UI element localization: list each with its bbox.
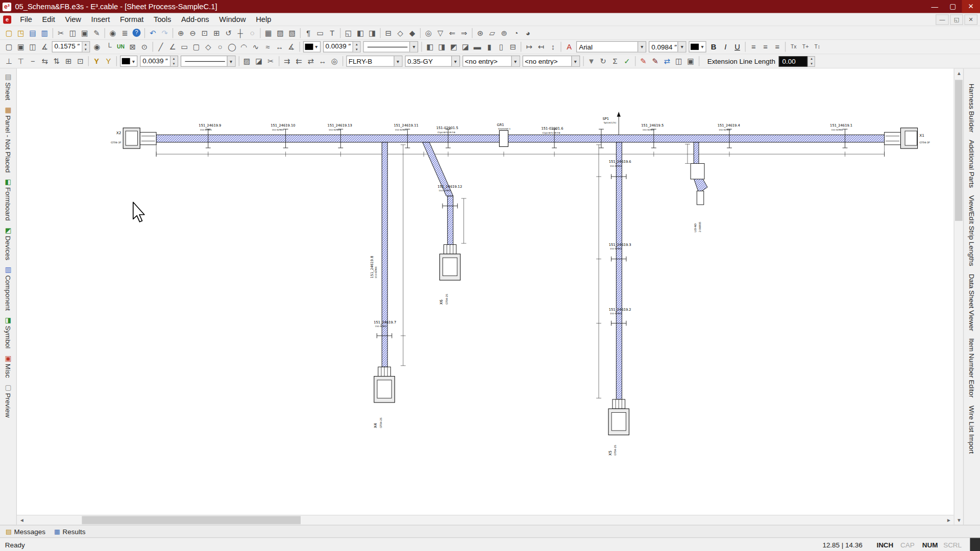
swap-wires-button[interactable]: ⇄ <box>305 55 316 67</box>
drawing-label[interactable]: 151_24619.12 <box>437 185 462 189</box>
text-frame-button[interactable]: ▭ <box>314 27 326 39</box>
menu-add-ons[interactable]: Add-ons <box>176 14 214 25</box>
connector-cavity[interactable] <box>377 380 391 398</box>
sheet-properties-button[interactable]: ▢ <box>3 41 15 53</box>
component-browser-button[interactable]: ◆ <box>406 27 418 39</box>
clipboard-check-button[interactable]: ▣ <box>685 55 697 67</box>
align-right-edges-button[interactable]: ◨ <box>436 41 448 53</box>
wire-color-select[interactable]: <no entry>▼ <box>462 56 520 67</box>
report-table-button[interactable]: ▧ <box>286 27 298 39</box>
drawing-sublabel[interactable]: 151-02901 <box>329 129 341 131</box>
clipboard-report-button[interactable]: ◫ <box>673 55 684 67</box>
sidebar-tab-panel-not-placed[interactable]: ▦Panel - Not Placed <box>5 104 12 176</box>
drawing-sublabel[interactable]: 151-02901 <box>643 129 655 131</box>
flip-vertical-button[interactable]: ↕ <box>547 41 559 53</box>
scroll-down-arrow[interactable]: ▼ <box>954 515 964 524</box>
bundle-line-style-select[interactable]: ▼ <box>180 56 235 67</box>
bundle-line-width-field-down-arrow[interactable]: ▼ <box>170 61 177 66</box>
horizontal-scroll-thumb[interactable] <box>82 516 301 524</box>
stretch-segment-button[interactable]: ↔ <box>316 55 328 67</box>
wire-color-select-dropdown-icon[interactable]: ▼ <box>511 56 519 66</box>
view-quarter-button[interactable]: ◔ <box>510 27 522 39</box>
new-project-button[interactable]: ▢ <box>3 27 15 39</box>
cut-button[interactable]: ✂ <box>55 27 67 39</box>
dimension-pencil-button[interactable]: ✎ <box>649 55 661 67</box>
zoom-in-button[interactable]: ⊕ <box>175 27 187 39</box>
zoom-window-button[interactable]: ⊡ <box>199 27 210 39</box>
close-button[interactable]: ✕ <box>962 0 980 13</box>
wire-cross-section-select[interactable]: 0.35-GY▼ <box>405 56 460 67</box>
segment-horizontal-button[interactable]: ⇆ <box>39 55 51 67</box>
next-sheet-button[interactable]: ⇒ <box>458 27 470 39</box>
scroll-up-arrow[interactable]: ▲ <box>954 69 964 78</box>
bundle-line-width-field[interactable]: 0.0039 ″▲▼ <box>140 56 178 67</box>
hatch-style-button[interactable]: ▨ <box>241 55 253 67</box>
drawing-sublabel[interactable]: 151-02901 <box>375 266 377 279</box>
draw-rounded-rectangle-button[interactable]: ▢ <box>190 41 202 53</box>
wire-option-select[interactable]: <no entry>▼ <box>522 56 580 67</box>
connector-x1-cavity[interactable] <box>905 131 917 145</box>
text-rotate-button[interactable]: T↕ <box>812 41 823 53</box>
wire-type-select-dropdown-icon[interactable]: ▼ <box>394 56 402 66</box>
segment-grid-button[interactable]: ⊞ <box>62 55 74 67</box>
menu-window[interactable]: Window <box>214 14 251 25</box>
align-top-edges-button[interactable]: ◩ <box>448 41 459 53</box>
line-style-select-dropdown-icon[interactable]: ▼ <box>409 42 418 52</box>
menu-view[interactable]: View <box>60 14 86 25</box>
line-width-field-up-arrow[interactable]: ▲ <box>353 42 360 47</box>
help-button[interactable]: ? <box>131 27 142 39</box>
object-properties-button[interactable]: ▱ <box>486 27 498 39</box>
menu-insert[interactable]: Insert <box>86 14 115 25</box>
snap-toggle-button[interactable]: ⊙ <box>138 41 150 53</box>
drawing-label[interactable]: X2 <box>116 131 121 135</box>
undo-button[interactable]: ↶ <box>147 27 159 39</box>
measure-tool-button[interactable]: ∡ <box>39 41 51 53</box>
drawing-label[interactable]: GT04-2S <box>614 445 617 456</box>
sidebar-tab-formboard[interactable]: ◧Formboard <box>5 176 12 224</box>
font-family-select-dropdown-icon[interactable]: ▼ <box>638 42 646 52</box>
frame-reference-button[interactable]: ▣ <box>15 41 27 53</box>
drawing-label[interactable]: X6 <box>439 299 444 305</box>
drawing-label[interactable]: 151_24619.4 <box>718 123 740 128</box>
sidebar-tab-symbol[interactable]: ◨Symbol <box>5 314 12 352</box>
glue-button[interactable]: ◉ <box>107 27 118 39</box>
verify-button[interactable]: ✓ <box>621 55 633 67</box>
sum-lengths-button[interactable]: Σ <box>609 55 621 67</box>
connector-cavity[interactable] <box>443 258 457 276</box>
scale-mode-button[interactable]: ◫ <box>27 41 39 53</box>
child-restore-button[interactable]: ◱ <box>950 14 963 25</box>
drawing-label[interactable]: 151_24619.10 <box>271 123 295 128</box>
draw-circle-button[interactable]: ○ <box>214 41 226 53</box>
extension-line-length-spinner-up-arrow[interactable]: ▲ <box>808 57 815 61</box>
cascade-windows-button[interactable]: ◧ <box>354 27 366 39</box>
drawing-sublabel[interactable]: 151-02901 <box>200 129 212 131</box>
drawing-label[interactable]: 151_24619.13 <box>328 123 352 128</box>
right-tab-data-sheet-viewer[interactable]: Data Sheet Viewer <box>968 274 976 331</box>
harness-bundle[interactable] <box>694 142 699 165</box>
extension-line-length-spinner[interactable]: ▲▼ <box>808 56 816 66</box>
align-text-right-button[interactable]: ≡ <box>771 41 783 53</box>
drawing-sublabel[interactable]: 151-02901 <box>719 129 731 131</box>
save-button[interactable]: ▤ <box>27 27 39 39</box>
draw-polygon-button[interactable]: ◇ <box>202 41 214 53</box>
bottom-tab-results[interactable]: ▦Results <box>52 527 92 536</box>
vertical-scroll-thumb[interactable] <box>955 80 963 221</box>
maximize-button[interactable]: ▢ <box>944 0 962 13</box>
copy-button[interactable]: ◫ <box>67 27 79 39</box>
right-tab-item-number-editor[interactable]: Item Number Editor <box>968 338 976 398</box>
update-lengths-button[interactable]: ↻ <box>597 55 609 67</box>
same-size-button[interactable]: ▯ <box>495 41 507 53</box>
child-minimize-button[interactable]: — <box>936 14 949 25</box>
bring-to-front-button[interactable]: ↦ <box>523 41 535 53</box>
child-close-button[interactable]: ✕ <box>964 14 977 25</box>
fillet-radius-field[interactable]: 0.1575 ″▲▼ <box>52 41 90 53</box>
splice-arrow[interactable] <box>617 112 621 117</box>
grid-button[interactable]: ▦ <box>262 27 274 39</box>
align-text-center-button[interactable]: ≡ <box>760 41 771 53</box>
font-size-select[interactable]: 0.0984 ″▼ <box>649 41 686 53</box>
harness-bundle[interactable] <box>448 196 453 244</box>
drawing-sublabel[interactable]: 151-02901 <box>375 325 387 328</box>
sidebar-tab-preview[interactable]: ▢Preview <box>5 381 12 420</box>
open-project-button[interactable]: ◳ <box>15 27 27 39</box>
print-button[interactable]: ≣ <box>119 27 131 39</box>
